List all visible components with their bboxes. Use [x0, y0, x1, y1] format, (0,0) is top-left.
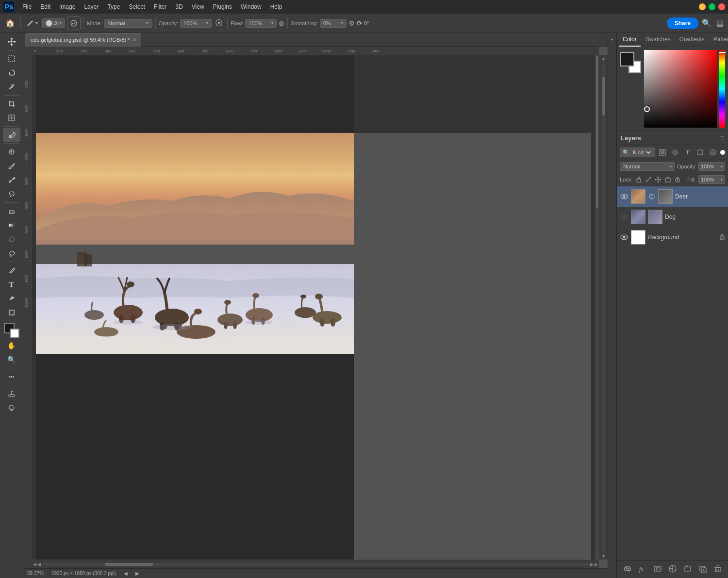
scroll-left-btn[interactable]: ◀: [33, 562, 36, 567]
filter-toggle-dot[interactable]: [720, 150, 725, 155]
tool-btn-crop[interactable]: [3, 97, 20, 111]
tool-btn-more[interactable]: •••: [3, 370, 20, 383]
link-layers-btn[interactable]: [622, 563, 633, 576]
workspace-btn[interactable]: ▤: [715, 17, 725, 29]
document-tab[interactable]: edu.gcfglobal.org.psd @ 59.4% (RGB/8) * …: [25, 33, 141, 47]
mode-dropdown[interactable]: Normal ▾: [104, 19, 152, 28]
lock-artboard-btn[interactable]: [664, 176, 671, 183]
tab-close-btn[interactable]: ×: [132, 37, 136, 43]
home-btn[interactable]: 🏠: [3, 17, 17, 29]
layers-menu-btn[interactable]: ≡: [720, 134, 724, 142]
tool-btn-lasso[interactable]: [3, 66, 20, 80]
navigate-left[interactable]: ◀: [124, 571, 128, 576]
smoothing-settings-btn[interactable]: ⚙: [348, 19, 355, 27]
bg-layer-visibility[interactable]: [620, 234, 629, 240]
tool-btn-extra1[interactable]: [3, 387, 20, 400]
layer-fx-btn[interactable]: fx: [637, 563, 648, 576]
panel-collapse-btn[interactable]: ▸: [608, 33, 616, 578]
menu-layer[interactable]: Layer: [80, 2, 102, 11]
tool-btn-eyedropper[interactable]: [3, 128, 20, 142]
scroll-right-arrow-btn[interactable]: ▶: [590, 562, 594, 567]
brush-tool-btn[interactable]: ▾: [24, 18, 40, 29]
filter-kind-select[interactable]: Kind: [631, 149, 652, 156]
vertical-scrollbar[interactable]: ▲ ▼: [599, 55, 608, 560]
delete-layer-btn[interactable]: [712, 563, 724, 576]
menu-select[interactable]: Select: [125, 2, 149, 11]
opacity-dropdown[interactable]: 100% ▾: [180, 19, 212, 28]
brush-size-btn[interactable]: 26 ▾: [42, 18, 65, 28]
tool-btn-dodge[interactable]: [3, 247, 20, 260]
tool-btn-pen[interactable]: [3, 264, 20, 277]
filter-pixel-btn[interactable]: [657, 147, 668, 158]
tool-btn-magic-wand[interactable]: [3, 80, 20, 94]
tool-btn-slice[interactable]: [3, 111, 20, 125]
blend-mode-dropdown[interactable]: Normal ▾: [620, 162, 675, 171]
tab-swatches[interactable]: Swatches: [642, 33, 675, 47]
menu-help[interactable]: Help: [266, 2, 286, 11]
menu-file[interactable]: File: [18, 2, 35, 11]
tool-btn-shape[interactable]: [3, 306, 20, 319]
menu-window[interactable]: Window: [237, 2, 265, 11]
tab-color[interactable]: Color: [619, 33, 641, 47]
airbrush-btn[interactable]: ⦿: [214, 17, 224, 29]
tool-btn-extra2[interactable]: [3, 401, 20, 414]
scroll-down-btn[interactable]: ▼: [601, 554, 606, 559]
menu-type[interactable]: Type: [103, 2, 124, 11]
lock-all-btn[interactable]: [674, 176, 681, 183]
canvas-content[interactable]: [32, 55, 599, 560]
brush-mode-btn[interactable]: [67, 17, 81, 30]
filter-type-btn[interactable]: T: [682, 147, 693, 158]
tool-btn-healing[interactable]: [3, 145, 20, 159]
hue-slider[interactable]: [719, 50, 725, 128]
menu-edit[interactable]: Edit: [36, 2, 54, 11]
tool-btn-eraser[interactable]: [3, 204, 20, 218]
tool-btn-marquee[interactable]: [3, 52, 20, 66]
scroll-right-btn[interactable]: ▶: [595, 562, 598, 567]
menu-image[interactable]: Image: [55, 2, 79, 11]
fill-value-dropdown[interactable]: 100% ▾: [698, 175, 725, 184]
scroll-up-btn[interactable]: ▲: [601, 56, 606, 61]
lock-brush-btn[interactable]: [645, 176, 652, 183]
fg-bg-swatches-panel[interactable]: [620, 52, 641, 73]
tool-btn-gradient[interactable]: [3, 218, 20, 232]
smoothing-dropdown[interactable]: 0% ▾: [320, 19, 347, 28]
tool-btn-clone[interactable]: [3, 173, 20, 187]
navigate-right[interactable]: ▶: [135, 571, 139, 576]
add-mask-btn[interactable]: [652, 563, 663, 576]
lock-pixels-btn[interactable]: [635, 176, 642, 183]
minimize-btn[interactable]: [699, 3, 706, 10]
filter-smart-btn[interactable]: [708, 147, 718, 158]
scroll-left-arrow-btn[interactable]: ◀: [37, 562, 41, 567]
tab-patterns[interactable]: Patterns: [710, 33, 728, 47]
menu-3d[interactable]: 3D: [171, 2, 186, 11]
menu-filter[interactable]: Filter: [150, 2, 171, 11]
filter-search-box[interactable]: 🔍 Kind: [620, 148, 655, 157]
tool-btn-text[interactable]: T: [3, 278, 20, 291]
tab-gradients[interactable]: Gradients: [676, 33, 709, 47]
tool-btn-zoom[interactable]: 🔍: [3, 353, 20, 366]
filter-shape-btn[interactable]: [695, 147, 706, 158]
adjustment-layer-btn[interactable]: [667, 563, 678, 576]
layer-item-background[interactable]: Background: [617, 227, 728, 248]
share-button[interactable]: Share: [667, 17, 698, 29]
opacity-dropdown-layers[interactable]: 100% ▾: [698, 162, 725, 171]
maximize-btn[interactable]: [709, 3, 715, 10]
deer-layer-visibility[interactable]: [620, 194, 629, 199]
search-btn[interactable]: 🔍: [700, 17, 713, 29]
horizontal-scrollbar[interactable]: ◀ ◀ ▶ ▶: [32, 560, 599, 568]
tool-btn-path-selection[interactable]: [3, 292, 20, 305]
layer-item-deer[interactable]: Deer: [617, 186, 728, 207]
layer-item-dog[interactable]: Dog: [617, 207, 728, 227]
dog-layer-visibility[interactable]: [620, 214, 629, 220]
tool-btn-history-brush[interactable]: [3, 187, 20, 201]
angle-btn[interactable]: ⟳ 0°: [357, 19, 369, 27]
tool-btn-blur[interactable]: [3, 232, 20, 246]
fg-bg-colors[interactable]: [3, 323, 20, 338]
filter-adjust-btn[interactable]: [670, 147, 680, 158]
tool-btn-hand[interactable]: ✋: [3, 339, 20, 352]
flow-icon-btn[interactable]: ⊗: [279, 19, 284, 27]
tool-btn-move[interactable]: [3, 35, 20, 49]
tool-btn-brush[interactable]: [3, 159, 20, 173]
foreground-swatch[interactable]: [620, 52, 634, 66]
color-picker-gradient[interactable]: [644, 50, 717, 128]
